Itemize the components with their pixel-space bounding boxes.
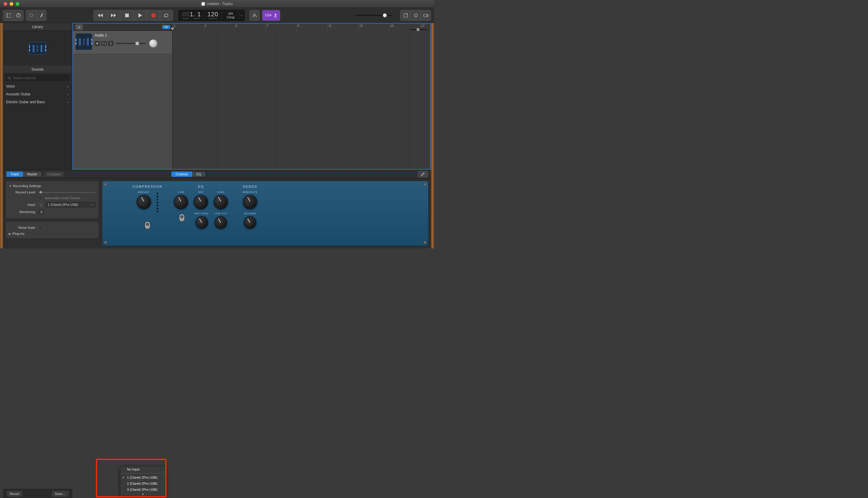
- close-window-button[interactable]: [4, 2, 7, 6]
- svg-rect-16: [103, 44, 103, 45]
- cycle-button[interactable]: [160, 10, 173, 21]
- input-label: Input:: [9, 203, 36, 207]
- svg-point-6: [151, 13, 155, 17]
- category-item[interactable]: Voice▸: [3, 82, 72, 90]
- inspector-panel: ▼Recording Settings Record Level: Automa…: [5, 181, 99, 246]
- reverb-knob[interactable]: [244, 216, 256, 229]
- svg-text:?: ?: [17, 14, 19, 17]
- disclosure-triangle-icon[interactable]: ▶: [9, 232, 11, 235]
- track-pan-knob[interactable]: [149, 39, 158, 48]
- eq-mid-knob[interactable]: [194, 195, 208, 209]
- tuner-button[interactable]: [249, 10, 260, 21]
- eq-high-knob[interactable]: [214, 195, 228, 209]
- track-name[interactable]: Audio 1: [95, 33, 170, 37]
- edit-button[interactable]: [418, 171, 428, 178]
- chevron-right-icon: ▸: [68, 93, 69, 96]
- tab-eq[interactable]: EQ: [192, 171, 205, 177]
- eq-midfreq-knob[interactable]: [195, 216, 208, 229]
- compressor-amount-knob[interactable]: [137, 195, 151, 209]
- play-button[interactable]: [133, 10, 147, 21]
- noise-gate-box: Noise Gate: ▶Plug-ins: [5, 221, 99, 239]
- tab-master[interactable]: Master: [23, 171, 42, 177]
- stop-button[interactable]: [120, 10, 133, 21]
- sends-module: SENDS AMBIENCE REVERB: [243, 185, 258, 242]
- main-toolbar: ? 001. 1 BARBEAT 120 TEMPO 4/4 Cmaj ▾ 12…: [0, 8, 434, 23]
- svg-point-10: [415, 14, 417, 17]
- input-select[interactable]: 1 (Clarett 2Pre USB)⌄: [45, 202, 96, 207]
- tab-track[interactable]: Track: [6, 171, 23, 177]
- compressor-module: COMPRESSOR AMOUNT: [132, 185, 162, 242]
- tracks-area: + ›⚲‹ 1 3 5 7 9 11 13 15 17 ╏║╎║╏: [72, 23, 431, 170]
- library-toggle-button[interactable]: [3, 10, 13, 21]
- recording-settings-title: Recording Settings: [13, 184, 41, 188]
- search-icon: [8, 76, 11, 80]
- rewind-button[interactable]: [94, 10, 107, 21]
- svg-rect-11: [424, 14, 427, 17]
- headphones-button[interactable]: [101, 41, 107, 46]
- auto-level-label: Automatic Level Control: [45, 196, 80, 200]
- lcd-display[interactable]: 001. 1 BARBEAT 120 TEMPO 4/4 Cmaj ▾: [178, 10, 245, 21]
- tab-controls[interactable]: Controls: [171, 171, 192, 177]
- bar-number: 5: [234, 24, 238, 31]
- record-button[interactable]: [147, 10, 160, 21]
- media-browser-button[interactable]: [421, 10, 431, 21]
- chevron-down-icon: ⌄: [91, 203, 94, 206]
- record-level-slider[interactable]: [38, 192, 96, 193]
- smart-controls-button[interactable]: [26, 10, 36, 21]
- mute-button[interactable]: [95, 41, 100, 46]
- bar-number: 13: [358, 24, 363, 31]
- screw-icon: [104, 241, 107, 244]
- timeline-ruler[interactable]: 1 3 5 7 9 11 13 15 17: [173, 24, 430, 31]
- compressor-toggle[interactable]: [145, 222, 150, 230]
- sound-category-list: Voice▸ Acoustic Guitar▸ Electric Guitar …: [3, 82, 72, 170]
- category-item[interactable]: Acoustic Guitar▸: [3, 90, 72, 98]
- svg-rect-5: [125, 14, 129, 17]
- input-monitor-button[interactable]: [108, 41, 113, 46]
- bar-number: 11: [327, 24, 332, 31]
- eq-lowcut-knob[interactable]: [214, 216, 227, 229]
- editors-button[interactable]: [36, 10, 46, 21]
- track-filter-button[interactable]: ›⚲‹: [162, 25, 170, 29]
- controls-eq-segment: Controls EQ: [171, 171, 206, 177]
- track-volume-slider[interactable]: [116, 43, 146, 44]
- eq-low-knob[interactable]: [174, 195, 188, 209]
- auto-level-checkbox[interactable]: [38, 196, 42, 200]
- monitoring-button[interactable]: [38, 209, 44, 214]
- ambience-knob[interactable]: [243, 195, 257, 209]
- count-in-button[interactable]: 1234: [262, 10, 280, 21]
- transport-controls: [94, 10, 173, 21]
- waveform-icon: ╏║╎║╏: [74, 38, 94, 45]
- smart-controls-panel: Track Master Compare Controls EQ ▼Record…: [3, 170, 431, 248]
- compare-button[interactable]: Compare: [44, 171, 64, 177]
- zoom-window-button[interactable]: [16, 2, 19, 6]
- arrangement-lane[interactable]: [173, 31, 430, 169]
- eq-module: EQ LOW MID HIGH MID FREQ LOW CUT: [174, 185, 228, 242]
- svg-point-19: [41, 211, 42, 212]
- forward-button[interactable]: [107, 10, 120, 21]
- noise-gate-label: Noise Gate:: [9, 226, 36, 230]
- screw-icon: [423, 183, 426, 186]
- noise-gate-checkbox[interactable]: [38, 225, 42, 230]
- notepad-button[interactable]: [400, 10, 410, 21]
- search-sounds-input[interactable]: Search Sounds: [5, 75, 70, 81]
- library-panel: Library ╏║╎║╏ Sounds Search Sounds Voice…: [3, 23, 72, 170]
- input-format-button[interactable]: ○: [38, 202, 43, 207]
- master-volume[interactable]: [356, 15, 392, 16]
- bar-number: 9: [296, 24, 299, 31]
- horizontal-zoom-slider[interactable]: [409, 29, 428, 30]
- chevron-right-icon: ▸: [68, 85, 69, 88]
- track-header[interactable]: ╏║╎║╏ Audio 1: [73, 31, 172, 54]
- loop-browser-button[interactable]: [410, 10, 421, 21]
- monitoring-label: Monitoring:: [9, 210, 36, 214]
- sounds-header: Sounds: [3, 65, 72, 73]
- window-titlebar: Untitled - Tracks: [0, 0, 434, 8]
- add-track-button[interactable]: +: [76, 24, 83, 30]
- track-icon: ╏║╎║╏: [76, 33, 92, 50]
- chevron-right-icon: ▸: [68, 101, 69, 104]
- category-item[interactable]: Electric Guitar and Bass▸: [3, 98, 72, 106]
- eq-toggle[interactable]: [179, 214, 185, 222]
- minimize-window-button[interactable]: [10, 2, 13, 6]
- disclosure-triangle-icon[interactable]: ▼: [9, 184, 12, 188]
- waveform-icon: ╏║╎║╏: [28, 45, 47, 52]
- quick-help-button[interactable]: ?: [13, 10, 24, 21]
